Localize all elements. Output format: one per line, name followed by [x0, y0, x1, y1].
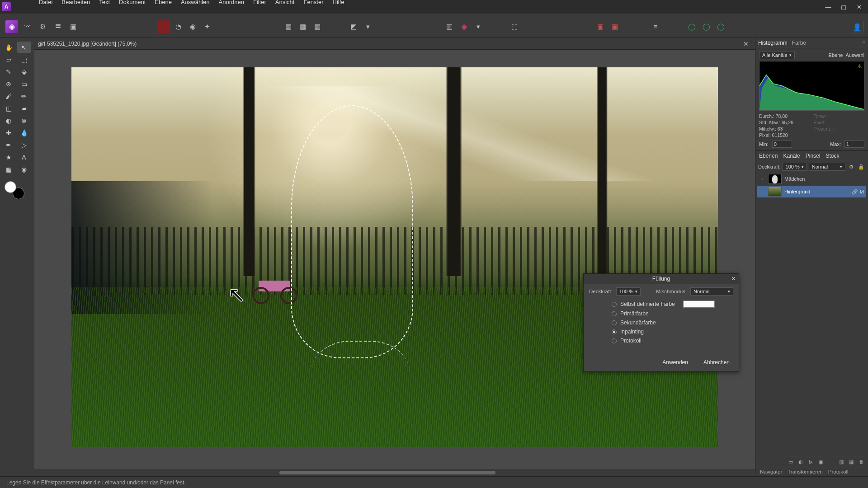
arrange-front-icon[interactable]: ▣ — [594, 20, 607, 33]
color-swatch[interactable] — [5, 181, 24, 199]
menu-bearbeiten[interactable]: Bearbeiten — [57, 0, 94, 7]
link-icon[interactable]: ⬚ — [508, 20, 521, 33]
menu-anordnen[interactable]: Anordnen — [214, 0, 249, 7]
tab-navigator[interactable]: Navigator — [760, 469, 782, 474]
layer-fx-icon[interactable]: ⚙ — [847, 163, 855, 171]
dropdown-icon[interactable]: ▾ — [362, 20, 374, 33]
menu-dokument[interactable]: Dokument — [114, 0, 150, 7]
layer-item-maedchen[interactable]: ◦ Mädchen — [757, 173, 866, 185]
persona-liquify-icon[interactable]: 〰 — [21, 20, 33, 33]
window-maximize[interactable]: ▢ — [836, 1, 851, 12]
menu-filter[interactable]: Filter — [249, 0, 271, 7]
pencil-tool[interactable]: ✏ — [17, 90, 31, 102]
hand-tool[interactable]: ✋ — [2, 42, 15, 53]
dropdown2-icon[interactable]: ▾ — [472, 20, 485, 33]
selection-add-icon[interactable]: ▦ — [297, 20, 309, 33]
persona-photo-icon[interactable]: ◉ — [5, 20, 18, 33]
layer-visibility-icon[interactable]: ◦ — [759, 176, 765, 182]
quickmask-icon[interactable]: ◩ — [347, 20, 360, 33]
autolevels-icon[interactable]: ✦ — [201, 20, 213, 33]
fill-tool[interactable]: ▰ — [17, 103, 31, 114]
dialog-blend-select[interactable]: Normal▾ — [690, 287, 733, 296]
selection-new-icon[interactable]: ▦ — [282, 20, 295, 33]
layer-link-icon[interactable]: 🔗 — [852, 189, 858, 195]
snapping3-icon[interactable]: ◯ — [714, 20, 727, 33]
tab-histogramm[interactable]: Histogramm — [758, 40, 788, 46]
mask-icon[interactable]: ▭ — [787, 459, 795, 465]
stamp-tool[interactable]: ⊛ — [17, 115, 31, 126]
opt-protokoll[interactable]: Protokoll — [612, 336, 733, 345]
snapping1-icon[interactable]: ◯ — [685, 20, 698, 33]
opt-primary-color[interactable]: Primärfarbe — [612, 309, 733, 318]
persona-export-icon[interactable]: ▣ — [67, 20, 80, 33]
layer-opacity-select[interactable]: 100 %▾ — [783, 163, 807, 171]
node-tool[interactable]: ▷ — [17, 139, 31, 150]
layer-item-hintergrund[interactable]: ◦ Hintergrund 🔗 ☑ — [757, 186, 866, 197]
tab-farbe[interactable]: Farbe — [792, 40, 806, 46]
histo-min-input[interactable] — [772, 141, 792, 148]
account-icon[interactable]: 👤 — [851, 21, 863, 33]
tab-kanaele[interactable]: Kanäle — [783, 153, 800, 159]
lasso-tool[interactable]: ⊗ — [2, 78, 15, 89]
horizontal-scrollbar[interactable] — [34, 469, 755, 476]
cancel-button[interactable]: Abbrechen — [700, 358, 733, 367]
blur-tool[interactable]: 💧 — [17, 127, 31, 138]
marquee-tool[interactable]: ▭ — [17, 78, 31, 89]
grid-tool[interactable]: ▦ — [2, 164, 15, 175]
tab-stock[interactable]: Stock — [826, 153, 839, 159]
arrange-back-icon[interactable]: ▣ — [609, 20, 621, 33]
coloring-icon[interactable]: ◉ — [186, 20, 199, 33]
tab-protokoll[interactable]: Protokoll — [828, 469, 849, 474]
persona-tone-icon[interactable]: 〓 — [52, 20, 64, 33]
crop-icon[interactable]: ▥ — [443, 20, 456, 33]
menu-text[interactable]: Text — [94, 0, 114, 7]
snapping2-icon[interactable]: ◯ — [700, 20, 712, 33]
erase-tool[interactable]: ◫ — [2, 103, 15, 114]
window-minimize[interactable]: — — [821, 1, 835, 12]
eyedrop-icon[interactable]: ◔ — [172, 20, 184, 33]
window-close[interactable]: ✕ — [852, 1, 866, 12]
addpixel-icon[interactable]: ▦ — [847, 459, 855, 465]
dodge-tool[interactable]: ◐ — [2, 115, 15, 126]
menu-auswaehlen[interactable]: Auswählen — [176, 0, 214, 7]
eyedropper-tool[interactable]: ◉ — [17, 164, 31, 175]
menu-ansicht[interactable]: Ansicht — [271, 0, 299, 7]
menu-hilfe[interactable]: Hilfe — [328, 0, 349, 7]
channels-select[interactable]: Alle Kanäle▾ — [759, 51, 795, 59]
flood-select-tool[interactable]: ⬙ — [17, 66, 31, 77]
fx-icon[interactable]: fx — [807, 459, 815, 465]
tab-transformieren[interactable]: Transformieren — [788, 469, 823, 474]
histo-max-input[interactable] — [844, 141, 864, 148]
layer-lock-icon[interactable]: 🔒 — [857, 163, 865, 171]
canvas-viewport[interactable]: ↖ — [34, 50, 755, 469]
menu-datei[interactable]: Datei — [34, 0, 57, 7]
crop-tool[interactable]: ⬚ — [17, 54, 31, 65]
panel-menu-icon[interactable]: ≡ — [862, 40, 865, 46]
opt-secondary-color[interactable]: Sekundärfarbe — [612, 318, 733, 327]
adjust-icon[interactable]: ◐ — [797, 459, 805, 465]
histo-btn-ebene[interactable]: Ebene — [829, 52, 843, 58]
menu-ebene[interactable]: Ebene — [150, 0, 176, 7]
tab-pinsel[interactable]: Pinsel — [806, 153, 821, 159]
opt-inpainting[interactable]: Inpainting — [612, 327, 733, 336]
histo-btn-auswahl[interactable]: Auswahl — [845, 52, 864, 58]
group-icon[interactable]: ▣ — [816, 459, 825, 465]
align-icon[interactable]: ≡ — [649, 20, 662, 33]
pen-tool[interactable]: ✒ — [2, 139, 15, 150]
swatch-icon[interactable] — [157, 20, 170, 33]
text-tool[interactable]: A — [17, 151, 31, 163]
shape-tool[interactable]: ★ — [2, 151, 15, 163]
document-tab[interactable]: girl-535251_1920.jpg [Geändert] (75,0%) — [38, 41, 137, 47]
heal-tool[interactable]: ✚ — [2, 127, 15, 138]
layer-blend-select[interactable]: Normal▾ — [809, 163, 845, 171]
menu-fenster[interactable]: Fenster — [299, 0, 328, 7]
apply-button[interactable]: Anwenden — [659, 358, 692, 367]
layer-visibility-icon[interactable]: ◦ — [759, 189, 765, 194]
dialog-close-icon[interactable]: ✕ — [731, 275, 736, 282]
selection-brush-tool[interactable]: ✎ — [2, 66, 15, 77]
opt-custom-color[interactable]: Selbst definierte Farbe — [612, 299, 733, 309]
addlayer-icon[interactable]: ▥ — [837, 459, 845, 465]
document-close-icon[interactable]: ✕ — [741, 40, 751, 47]
layer-check-icon[interactable]: ☑ — [860, 189, 864, 195]
brush-tool[interactable]: 🖌 — [2, 90, 15, 102]
